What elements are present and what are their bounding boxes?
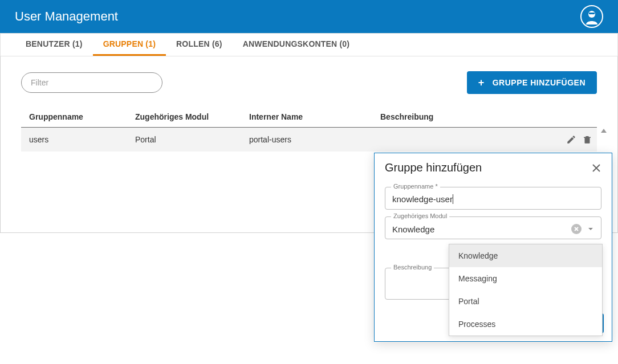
- tab-bar: BENUTZER (1) GRUPPEN (1) ROLLEN (6) ANWE…: [0, 33, 618, 56]
- tab-anwendungskonten[interactable]: ANWENDUNGSKONTEN (0): [233, 34, 360, 56]
- pencil-icon: [566, 134, 576, 145]
- svg-rect-1: [589, 13, 595, 14]
- table-row[interactable]: users Portal portal-users: [21, 128, 597, 152]
- cell-name: users: [21, 135, 135, 144]
- module-clear-button[interactable]: [571, 224, 582, 233]
- tab-rollen[interactable]: ROLLEN (6): [166, 34, 233, 56]
- chevron-down-icon: [587, 226, 594, 232]
- field-module: Zugehöriges Modul Knowledge Knowledge Me…: [385, 216, 601, 233]
- app-header: User Management: [0, 0, 618, 33]
- delete-button[interactable]: [582, 134, 592, 145]
- plus-icon: +: [478, 77, 485, 89]
- scroll-up-icon[interactable]: [600, 128, 607, 133]
- page-title: User Management: [15, 9, 118, 24]
- groupname-input[interactable]: knowledge-user: [392, 194, 453, 204]
- tab-benutzer[interactable]: BENUTZER (1): [15, 34, 93, 56]
- trash-icon: [582, 134, 592, 145]
- dialog-title: Gruppe hinzufügen: [385, 161, 482, 174]
- toolbar: + GRUPPE HINZUFÜGEN: [1, 56, 617, 107]
- col-header-desc[interactable]: Beschreibung: [380, 112, 546, 121]
- svg-point-3: [592, 13, 593, 14]
- module-label: Zugehöriges Modul: [391, 212, 449, 219]
- clear-icon: [574, 226, 579, 232]
- add-group-dialog: Gruppe hinzufügen Gruppenname * knowledg…: [374, 153, 612, 233]
- close-icon: [591, 163, 601, 173]
- tab-gruppen[interactable]: GRUPPEN (1): [93, 34, 166, 56]
- col-header-internal[interactable]: Interner Name: [249, 112, 380, 121]
- avatar[interactable]: [580, 5, 603, 28]
- avatar-icon: [584, 9, 600, 24]
- col-header-name[interactable]: Gruppenname: [21, 112, 135, 121]
- table-header-row: Gruppenname Zugehöriges Modul Interner N…: [21, 107, 597, 128]
- cell-module: Portal: [135, 135, 249, 144]
- svg-point-2: [590, 13, 591, 14]
- col-header-module[interactable]: Zugehöriges Modul: [135, 112, 249, 121]
- groupname-label: Gruppenname *: [391, 183, 440, 190]
- filter-input[interactable]: [21, 72, 162, 93]
- field-groupname: Gruppenname * knowledge-user: [385, 187, 601, 210]
- col-header-actions: [546, 112, 597, 121]
- edit-button[interactable]: [566, 134, 576, 145]
- add-group-button[interactable]: + GRUPPE HINZUFÜGEN: [467, 71, 597, 94]
- cell-internal: portal-users: [249, 135, 380, 144]
- module-select[interactable]: Knowledge: [392, 224, 571, 234]
- dialog-close-button[interactable]: [591, 163, 601, 173]
- module-dropdown-toggle[interactable]: [587, 226, 594, 232]
- add-group-label: GRUPPE HINZUFÜGEN: [493, 78, 586, 87]
- groups-table: Gruppenname Zugehöriges Modul Interner N…: [21, 107, 597, 152]
